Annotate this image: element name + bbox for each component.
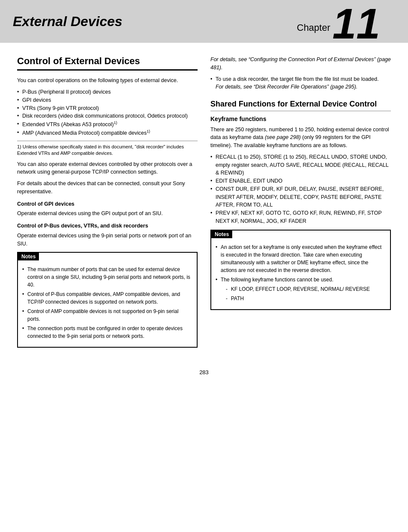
list-item: RECALL (1 to 250), STORE (1 to 250), REC… [210,153,391,177]
keyframe-section: Keyframe functions There are 250 registe… [210,115,391,225]
list-item: An action set for a keyframe is only exe… [216,243,386,274]
page-title: External Devices [13,14,122,30]
shared-heading: Shared Functions for External Device Con… [210,100,391,109]
keyframe-list: RECALL (1 to 250), STORE (1 to 250), REC… [210,153,391,225]
list-item: KF LOOP, EFFECT LOOP, REVERSE, NORMAL/ R… [226,285,386,293]
notes-content-right: An action set for a keyframe is only exe… [211,238,390,309]
right-column: For details, see “Configuring the Connec… [206,56,391,352]
pbus-text: Operate external devices using the 9-pin… [17,232,198,248]
chapter-number: 11 [332,2,380,45]
list-item: Disk recorders (video disk communication… [17,112,198,120]
list-item: The connection ports must be configured … [22,325,192,340]
notes-label-right: Notes [211,231,232,238]
list-item: Control of P-Bus compatible devices, AMP… [22,290,192,306]
notes-list-right: An action set for a keyframe is only exe… [216,243,386,302]
list-item: Control of AMP compatible devices is not… [22,307,192,323]
consult-paragraph: For details about the devices that can b… [17,180,198,196]
left-column: Control of External Devices You can cont… [17,56,198,352]
header-right: Chapter 11 [288,0,408,43]
footnote-section: 1) Unless otherwise specifically stated … [17,141,198,157]
page-number: 283 [0,361,408,380]
list-item: The maximum number of ports that can be … [22,266,192,289]
list-item: AMP (Advanced Media Protocol) compatible… [17,129,198,137]
header-banner: External Devices Chapter 11 [0,0,408,43]
footnote-text: 1) Unless otherwise specifically stated … [17,144,198,157]
list-item: The following keyframe functions cannot … [216,276,386,302]
control-heading: Control of External Devices [17,56,198,67]
keyframe-heading: Keyframe functions [210,115,391,122]
page: External Devices Chapter 11 Control of E… [0,0,408,532]
device-list: P-Bus (Peripheral II protocol) devices G… [17,88,198,137]
list-item: PATH [226,295,386,302]
config-note: For details, see “Configuring the Connec… [210,56,391,72]
disk-list: To use a disk recorder, the target file … [210,75,391,92]
header-left: External Devices [0,0,288,43]
pbus-heading: Control of P-Bus devices, VTRs, and disk… [17,222,198,230]
notes-list-left: The maximum number of ports that can be … [22,266,192,340]
notes-label-left: Notes [18,253,39,260]
cannot-use-list: KF LOOP, EFFECT LOOP, REVERSE, NORMAL/ R… [226,285,386,302]
shared-section-heading: Shared Functions for External Device Con… [210,100,391,111]
notes-box-right: Notes An action set for a keyframe is on… [210,230,391,310]
list-item: Extended VTRs (Abekas A53 protocol)1) [17,120,198,129]
notes-box-left: Notes The maximum number of ports that c… [17,252,198,348]
gpi-text: Operate external devices using the GPI o… [17,210,198,218]
list-item: CONST DUR, EFF DUR, KF DUR, DELAY, PAUSE… [210,185,391,209]
chapter-word: Chapter [297,22,330,33]
notes-content-left: The maximum number of ports that can be … [18,260,197,347]
list-item: P-Bus (Peripheral II protocol) devices [17,88,198,96]
list-item: PREV KF, NEXT KF, GOTO TC, GOTO KF, RUN,… [210,209,391,225]
gpi-heading: Control of GPI devices [17,200,198,208]
main-content: Control of External Devices You can cont… [0,43,408,361]
list-item: VTRs (Sony 9-pin VTR protocol) [17,104,198,112]
list-item: To use a disk recorder, the target file … [210,75,391,92]
keyframe-intro: There are 250 registers, numbered 1 to 2… [210,126,391,150]
network-paragraph: You can also operate external devices co… [17,160,198,177]
control-section-heading: Control of External Devices [17,56,198,71]
list-item: EDIT ENABLE, EDIT UNDO [210,177,391,185]
disk-italic: For details, see “Disk Recorder File Ope… [216,84,358,90]
intro-paragraph: You can control operations on the follow… [17,77,198,85]
list-item: GPI devices [17,96,198,104]
